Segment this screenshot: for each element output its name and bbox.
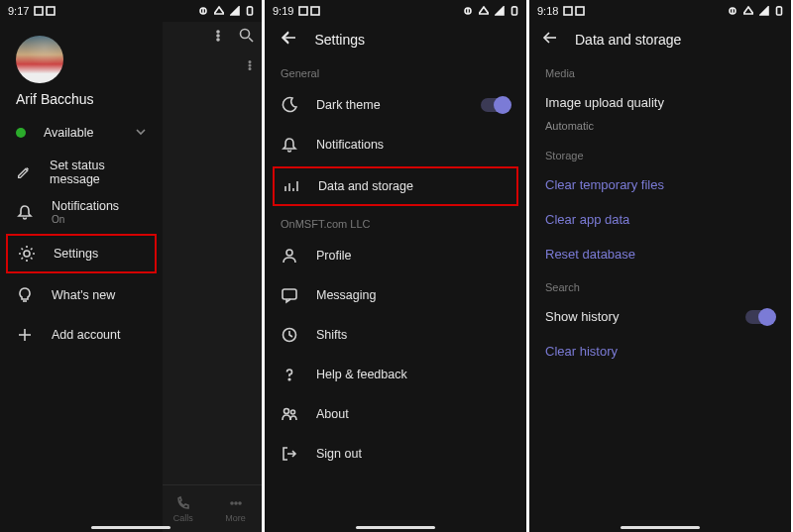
bottom-tab-calls[interactable]: Calls: [157, 485, 209, 532]
home-indicator[interactable]: [621, 526, 700, 529]
add-account-label: Add account: [52, 328, 121, 342]
dark-theme-toggle[interactable]: [481, 98, 510, 112]
reset-db-label: Reset database: [545, 247, 635, 262]
svg-rect-22: [311, 7, 319, 15]
section-org: OnMSFT.com LLC: [265, 208, 526, 236]
svg-point-14: [24, 251, 30, 257]
svg-point-13: [249, 68, 251, 70]
settings-item-data-storage[interactable]: Data and storage: [273, 166, 518, 206]
svg-point-12: [249, 64, 251, 66]
svg-point-19: [235, 502, 237, 504]
section-general: General: [265, 57, 526, 85]
shifts-label: Shifts: [316, 328, 347, 342]
home-indicator[interactable]: [91, 526, 170, 529]
whats-new-label: What's new: [52, 288, 115, 302]
settings-item-shifts[interactable]: Shifts: [265, 315, 526, 355]
item-show-history[interactable]: Show history: [529, 299, 791, 334]
settings-item-dark-theme[interactable]: Dark theme: [265, 85, 526, 125]
page-title: Data and storage: [575, 32, 681, 48]
clock-icon: [281, 326, 298, 344]
svg-point-33: [284, 409, 289, 414]
settings-item-help[interactable]: Help & feedback: [265, 355, 526, 394]
username: Arif Bacchus: [16, 91, 147, 107]
drawer-item-whats-new[interactable]: What's new: [0, 275, 163, 315]
svg-point-7: [217, 35, 219, 37]
back-icon[interactable]: [277, 29, 298, 51]
notif-icons: [563, 6, 585, 16]
set-status-label: Set status message: [50, 159, 147, 186]
avatar[interactable]: [16, 36, 63, 83]
notifications-sublabel: On: [52, 214, 119, 225]
clear-history-label: Clear history: [545, 344, 618, 359]
svg-point-11: [249, 61, 251, 63]
bottom-tab-more[interactable]: More: [209, 485, 262, 532]
plus-icon: [16, 326, 34, 344]
svg-point-34: [291, 410, 295, 414]
item-clear-temp[interactable]: Clear temporary files: [529, 167, 791, 202]
messaging-label: Messaging: [316, 288, 376, 302]
teams-icon: [281, 405, 298, 423]
moon-icon: [281, 96, 298, 114]
section-media: Media: [529, 57, 791, 85]
clock: 9:18: [537, 5, 558, 17]
drawer-item-settings[interactable]: Settings: [6, 234, 157, 273]
chevron-down-icon: [135, 124, 147, 142]
item-clear-history[interactable]: Clear history: [529, 334, 791, 369]
settings-item-about[interactable]: About: [265, 394, 526, 434]
drawer-item-presence[interactable]: Available: [0, 113, 163, 153]
notif-icons: [298, 6, 320, 16]
more-tab-label: More: [225, 513, 246, 523]
back-icon[interactable]: [541, 29, 559, 51]
section-search: Search: [529, 271, 791, 299]
appbar: Data and storage: [529, 22, 791, 57]
edit-icon: [16, 163, 32, 181]
underlying-content-strip: [163, 22, 262, 532]
home-indicator[interactable]: [356, 526, 435, 529]
svg-point-32: [288, 378, 290, 380]
svg-point-8: [217, 39, 219, 41]
clear-temp-label: Clear temporary files: [545, 177, 664, 192]
svg-rect-0: [35, 7, 43, 15]
image-upload-quality-label: Image upload quality: [545, 95, 664, 110]
drawer-item-set-status[interactable]: Set status message: [0, 153, 163, 192]
statusbar: 9:17: [0, 0, 262, 22]
settings-item-signout[interactable]: Sign out: [265, 434, 526, 474]
drawer-item-notifications[interactable]: Notifications On: [0, 192, 163, 232]
clock: 9:17: [8, 5, 29, 17]
item-clear-app[interactable]: Clear app data: [529, 202, 791, 237]
signout-icon: [281, 445, 298, 463]
data-icon: [283, 177, 300, 195]
item-image-upload-quality[interactable]: Image upload quality: [529, 85, 791, 120]
nav-drawer: Arif Bacchus Available Set status messag…: [0, 22, 163, 532]
svg-rect-4: [248, 7, 253, 15]
strip-more-vert-icon[interactable]: [244, 57, 256, 75]
calls-tab-label: Calls: [173, 513, 193, 523]
appbar: Settings: [265, 22, 526, 57]
profile-label: Profile: [316, 249, 351, 263]
settings-item-messaging[interactable]: Messaging: [265, 275, 526, 315]
notif-icons: [34, 6, 56, 16]
lightbulb-icon: [16, 286, 34, 304]
drawer-item-add-account[interactable]: Add account: [0, 315, 163, 355]
item-reset-db[interactable]: Reset database: [529, 237, 791, 271]
show-history-label: Show history: [545, 309, 619, 324]
svg-line-10: [249, 38, 253, 42]
settings-item-notifications[interactable]: Notifications: [265, 125, 526, 164]
more-vert-icon[interactable]: [211, 29, 225, 47]
image-upload-quality-value: Automatic: [529, 120, 791, 140]
svg-point-20: [239, 502, 241, 504]
svg-point-29: [286, 250, 292, 256]
svg-rect-35: [564, 7, 572, 15]
settings-item-profile[interactable]: Profile: [265, 236, 526, 275]
svg-rect-39: [777, 7, 782, 15]
chat-icon: [281, 286, 298, 304]
status-right-icons: [728, 6, 783, 17]
gear-icon: [18, 245, 36, 263]
clear-app-label: Clear app data: [545, 212, 629, 227]
search-icon[interactable]: [239, 28, 254, 47]
clock: 9:19: [273, 5, 293, 17]
profile-icon: [281, 247, 298, 265]
show-history-toggle[interactable]: [745, 310, 775, 324]
svg-rect-25: [512, 7, 517, 15]
notifications-label: Notifications: [52, 199, 119, 213]
